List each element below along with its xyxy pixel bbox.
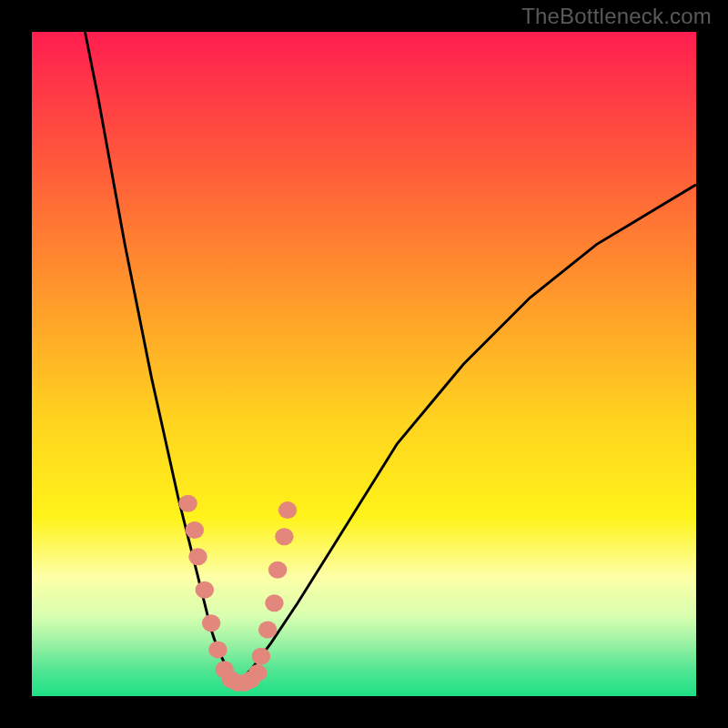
marker-dot [188, 548, 207, 565]
left-curve [85, 32, 238, 682]
marker-dot [252, 648, 270, 665]
marker-dot [258, 622, 277, 639]
marker-dot [196, 581, 214, 599]
marker-dot [186, 521, 204, 539]
marker-dots [178, 495, 297, 692]
marker-dot [268, 561, 287, 579]
marker-dot [248, 664, 267, 682]
chart-frame: TheBottleneck.com [0, 0, 728, 728]
marker-dot [275, 528, 293, 545]
plot-area [32, 32, 696, 696]
marker-dot [178, 495, 197, 512]
curve-layer [32, 32, 696, 696]
marker-dot [202, 614, 220, 632]
watermark-text: TheBottleneck.com [521, 4, 712, 29]
marker-dot [265, 594, 283, 612]
marker-dot [208, 641, 227, 658]
right-curve [238, 185, 696, 683]
marker-dot [278, 501, 297, 519]
